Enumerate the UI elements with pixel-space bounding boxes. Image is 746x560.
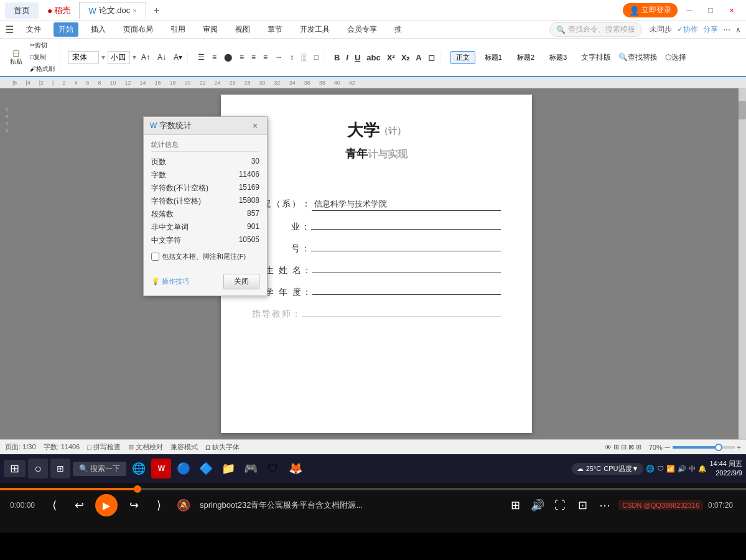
tips-link[interactable]: 💡 操作技巧	[151, 277, 189, 286]
zoom-control[interactable]: 70% ─ +	[649, 444, 741, 451]
border-btn[interactable]: □	[312, 52, 321, 63]
more-btn[interactable]: ⋯	[596, 497, 613, 514]
cut-btn[interactable]: ✂剪切	[27, 40, 57, 51]
bullets-btn[interactable]: ☰	[195, 52, 207, 63]
ribbon-tab-push[interactable]: 推	[389, 22, 407, 37]
italic-btn[interactable]: I	[343, 52, 351, 63]
font-color-btn[interactable]: A▾	[171, 52, 185, 63]
font-name-input[interactable]: 宋体	[68, 51, 99, 64]
char-shading-btn[interactable]: A	[413, 52, 424, 63]
indent-more-btn[interactable]: →	[273, 52, 285, 63]
shading-btn[interactable]: ░	[299, 52, 309, 63]
ribbon-search[interactable]: 🔍 查找命令、搜索模板	[549, 22, 642, 37]
cortana-button[interactable]: ○	[28, 459, 48, 478]
ribbon-tab-review[interactable]: 审阅	[198, 22, 223, 37]
align-right-btn[interactable]: ≡	[249, 52, 258, 63]
style-h2[interactable]: 标题2	[511, 51, 540, 64]
taskbar-wps[interactable]: W	[151, 459, 171, 478]
style-normal[interactable]: 正文	[450, 51, 475, 64]
bold-btn[interactable]: B	[332, 52, 342, 63]
taskbar-app1[interactable]: 🎮	[241, 459, 261, 478]
collab-btn[interactable]: ✓协作	[677, 24, 698, 35]
prev-frame-btn[interactable]: ⟨	[45, 497, 63, 514]
ribbon-tab-insert[interactable]: 插入	[86, 22, 111, 37]
vertical-scrollbar[interactable]	[739, 88, 746, 439]
style-h3[interactable]: 标题3	[544, 51, 572, 64]
video-settings-btn[interactable]: ⊞	[506, 497, 524, 514]
taskbar-app2[interactable]: 🦊	[286, 459, 305, 478]
fullscreen-btn[interactable]: ⛶	[551, 497, 569, 514]
login-button[interactable]: 👤 立即登录	[623, 3, 678, 17]
underline-btn[interactable]: U	[352, 52, 363, 63]
format-painter-btn[interactable]: 🖌格式刷	[27, 63, 57, 75]
dialog-title-bar[interactable]: W 字数统计 ×	[144, 117, 267, 135]
taskbar-search[interactable]: 🔍 搜索一下	[73, 462, 126, 476]
tab-new[interactable]: +	[149, 2, 164, 19]
mute-btn[interactable]: 🔕	[175, 497, 192, 514]
text-layout-btn[interactable]: 文字排版	[579, 51, 613, 64]
weather-widget[interactable]: ☁ 25°C CPU温度▼	[572, 463, 644, 475]
doc-compare-btn[interactable]: ⊞ 文档校对	[128, 442, 163, 452]
ribbon-tab-dev[interactable]: 开发工具	[295, 22, 335, 37]
wifi-icon[interactable]: 📶	[666, 465, 675, 473]
increase-font-btn[interactable]: A↑	[139, 52, 152, 63]
dialog-close-btn[interactable]: ×	[249, 120, 261, 131]
volume-btn[interactable]: 🔊	[529, 497, 546, 514]
next-frame-btn[interactable]: ⟩	[150, 497, 167, 514]
skip-forward-btn[interactable]: ↪	[125, 497, 142, 514]
highlight-btn[interactable]: ◻	[426, 52, 437, 63]
window-close[interactable]: ×	[722, 4, 741, 17]
find-replace-btn[interactable]: 🔍查找替换	[616, 51, 660, 64]
include-textbox-checkbox[interactable]	[151, 253, 159, 261]
decrease-font-btn[interactable]: A↓	[155, 52, 169, 63]
taskbar-explorer[interactable]: 📁	[218, 459, 238, 478]
align-center-btn[interactable]: ≡	[237, 52, 246, 63]
ribbon-tab-file[interactable]: 文件	[21, 22, 46, 37]
ribbon-tab-vip[interactable]: 会员专享	[342, 22, 382, 37]
select-btn[interactable]: ⬡选择	[663, 51, 689, 64]
spell-check-btn[interactable]: □ 拼写检查	[87, 442, 121, 452]
view-icons[interactable]: 👁 ⊞ ⊟ ⊠ ⊞	[605, 443, 641, 451]
missing-font[interactable]: Ω 缺失字体	[205, 442, 240, 452]
justify-btn[interactable]: ≡	[261, 52, 270, 63]
ime-icon[interactable]: 中	[689, 464, 696, 474]
ribbon-tab-chapter[interactable]: 章节	[263, 22, 287, 37]
pip-btn[interactable]: ⊡	[574, 497, 591, 514]
close-dialog-button[interactable]: 关闭	[223, 274, 259, 289]
system-clock[interactable]: 14:44 周五 2022/9/9	[709, 459, 742, 478]
notification-icon[interactable]: 🔔	[698, 465, 707, 473]
tab-wps[interactable]: ● 稻壳	[41, 2, 77, 19]
dialog-checkbox-row[interactable]: 包括文本框、脚注和尾注(F)	[151, 252, 259, 261]
antivirus-icon[interactable]: 🛡	[657, 465, 664, 472]
subscript-btn[interactable]: X₂	[399, 52, 413, 63]
share-btn[interactable]: 分享	[703, 24, 718, 35]
taskbar-ie[interactable]: 🔵	[174, 459, 193, 478]
font-size-input[interactable]: 小四	[108, 51, 130, 64]
superscript-btn[interactable]: X²	[385, 52, 398, 63]
video-progress-bar[interactable]	[0, 488, 746, 490]
window-minimize[interactable]: ─	[680, 4, 699, 17]
ribbon-tab-layout[interactable]: 页面布局	[118, 22, 158, 37]
ribbon-tab-view[interactable]: 视图	[230, 22, 255, 37]
line-spacing-btn[interactable]: ↕	[287, 52, 296, 63]
task-view-button[interactable]: ⊞	[50, 459, 70, 478]
tab-home[interactable]: 首页	[5, 2, 39, 19]
ribbon-tab-reference[interactable]: 引用	[166, 22, 190, 37]
taskbar-browser[interactable]: 🌐	[129, 459, 149, 478]
style-h1[interactable]: 标题1	[479, 51, 508, 64]
strikethrough-btn[interactable]: abc	[364, 52, 383, 63]
volume-icon[interactable]: 🔊	[678, 465, 686, 473]
copy-btn[interactable]: □复制	[27, 52, 57, 63]
tab-doc[interactable]: W 论文.doc ×	[79, 2, 146, 19]
start-button[interactable]: ⊞	[4, 460, 26, 477]
taskbar-shield[interactable]: 🛡	[263, 459, 283, 478]
paste-btn[interactable]: 📋粘贴	[7, 48, 25, 67]
skip-back-btn[interactable]: ↩	[70, 497, 88, 514]
window-maximize[interactable]: □	[701, 4, 720, 17]
network-icon[interactable]: 🌐	[646, 465, 655, 473]
numbering-btn[interactable]: ≡	[210, 52, 219, 63]
ribbon-tab-home[interactable]: 开始	[54, 22, 78, 37]
align-left-btn[interactable]: ⬤	[221, 52, 235, 63]
progress-knob[interactable]	[134, 485, 141, 493]
play-pause-btn[interactable]: ▶	[95, 494, 118, 516]
